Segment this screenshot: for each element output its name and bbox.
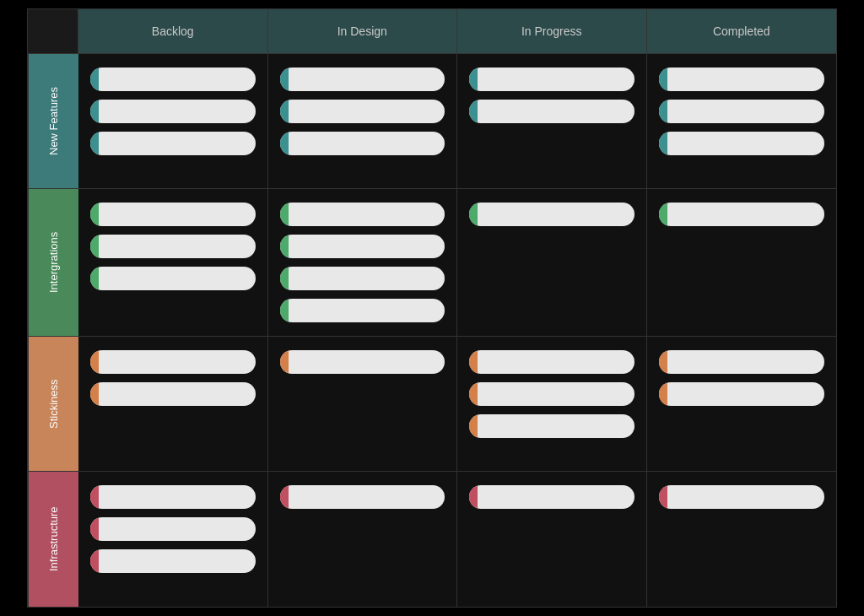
card-item[interactable] xyxy=(280,235,446,258)
card-item[interactable] xyxy=(90,68,256,91)
card-item[interactable] xyxy=(90,485,256,509)
card-accent xyxy=(659,100,667,123)
card-item[interactable] xyxy=(280,485,446,509)
card-item[interactable] xyxy=(280,132,446,155)
cell-integrations-1 xyxy=(268,189,458,336)
card-body xyxy=(99,517,256,541)
card-item[interactable] xyxy=(469,100,634,123)
card-item[interactable] xyxy=(90,132,256,155)
card-item[interactable] xyxy=(469,485,634,509)
card-item[interactable] xyxy=(90,235,256,258)
card-item[interactable] xyxy=(659,382,825,406)
cell-integrations-2 xyxy=(457,189,647,336)
card-body xyxy=(99,203,256,226)
cell-new-features-1 xyxy=(268,54,458,188)
row-label-stickiness: Stickiness xyxy=(28,337,78,471)
card-item[interactable] xyxy=(280,203,446,226)
card-body xyxy=(667,132,825,155)
card-body xyxy=(289,203,446,226)
card-item[interactable] xyxy=(90,350,256,374)
card-accent xyxy=(280,100,289,123)
card-accent xyxy=(659,132,667,155)
card-item[interactable] xyxy=(469,203,634,226)
card-accent xyxy=(90,549,99,573)
card-accent xyxy=(469,382,478,406)
card-accent xyxy=(90,203,99,226)
card-body xyxy=(478,382,634,406)
card-item[interactable] xyxy=(280,350,446,374)
card-item[interactable] xyxy=(659,203,825,226)
card-body xyxy=(667,203,825,226)
card-item[interactable] xyxy=(90,517,256,541)
card-item[interactable] xyxy=(90,382,256,406)
cell-infrastructure-2 xyxy=(457,472,647,607)
card-body xyxy=(289,132,446,155)
card-item[interactable] xyxy=(90,203,256,226)
card-body xyxy=(99,382,256,406)
cell-infrastructure-0 xyxy=(78,472,268,607)
card-accent xyxy=(90,382,99,406)
cell-integrations-3 xyxy=(647,189,837,336)
card-body xyxy=(667,100,825,123)
cell-new-features-3 xyxy=(647,54,837,188)
kanban-board: BacklogIn DesignIn ProgressCompleted New… xyxy=(27,8,837,608)
card-item[interactable] xyxy=(280,68,446,91)
cell-integrations-0 xyxy=(78,189,268,336)
card-accent xyxy=(280,267,289,290)
card-accent xyxy=(280,485,289,509)
card-body xyxy=(289,267,446,290)
card-accent xyxy=(469,100,478,123)
card-item[interactable] xyxy=(469,414,634,438)
card-item[interactable] xyxy=(469,382,634,406)
card-item[interactable] xyxy=(659,100,825,123)
card-body xyxy=(99,267,256,290)
card-body xyxy=(667,485,825,509)
card-body xyxy=(478,350,634,374)
card-item[interactable] xyxy=(659,68,825,91)
card-item[interactable] xyxy=(280,299,446,322)
cell-infrastructure-3 xyxy=(647,472,837,607)
card-body xyxy=(478,414,634,438)
card-item[interactable] xyxy=(280,100,446,123)
card-body xyxy=(667,68,825,91)
card-item[interactable] xyxy=(90,100,256,123)
card-body xyxy=(289,299,446,322)
cell-stickiness-2 xyxy=(457,337,647,471)
card-body xyxy=(667,350,825,374)
cell-new-features-2 xyxy=(457,54,647,188)
header-col-completed: Completed xyxy=(647,9,837,53)
card-item[interactable] xyxy=(469,68,634,91)
card-item[interactable] xyxy=(90,267,256,290)
card-accent xyxy=(90,517,99,541)
header-col-in-design: In Design xyxy=(268,9,458,53)
card-item[interactable] xyxy=(659,132,825,155)
cell-infrastructure-1 xyxy=(268,472,458,607)
card-body xyxy=(99,100,256,123)
card-item[interactable] xyxy=(469,350,634,374)
cell-stickiness-0 xyxy=(78,337,268,471)
card-accent xyxy=(90,132,99,155)
card-accent xyxy=(280,68,289,91)
card-body xyxy=(667,382,825,406)
card-accent xyxy=(659,68,667,91)
card-accent xyxy=(659,203,667,226)
row-label-integrations: Intergrations xyxy=(28,189,78,336)
header-row: BacklogIn DesignIn ProgressCompleted xyxy=(28,9,836,54)
card-item[interactable] xyxy=(90,549,256,573)
card-accent xyxy=(469,485,478,509)
card-accent xyxy=(90,235,99,258)
card-body xyxy=(478,485,634,509)
card-accent xyxy=(90,350,99,374)
card-accent xyxy=(469,68,478,91)
card-item[interactable] xyxy=(659,350,825,374)
corner-cell xyxy=(28,9,78,53)
card-accent xyxy=(280,132,289,155)
card-body xyxy=(99,485,256,509)
card-item[interactable] xyxy=(280,267,446,290)
card-accent xyxy=(659,382,667,406)
row-infrastructure: Infrastructure xyxy=(28,472,836,607)
card-item[interactable] xyxy=(659,485,825,509)
row-stickiness: Stickiness xyxy=(28,337,836,472)
card-accent xyxy=(90,485,99,509)
card-body xyxy=(289,100,446,123)
